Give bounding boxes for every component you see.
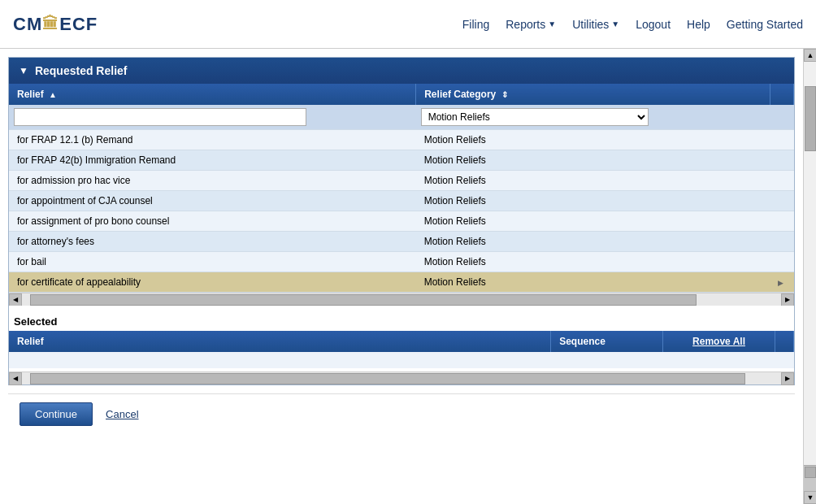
right-scroll-thumb[interactable] [805,86,816,151]
utilities-dropdown-arrow: ▼ [611,20,619,28]
relief-cell: for FRAP 12.1 (b) Remand [9,130,416,150]
bottom-scroll-left-btn[interactable]: ◀ [9,372,22,385]
scroll-right-btn[interactable]: ▶ [781,293,794,306]
category-cell: Motion Reliefs [416,150,770,171]
selected-table-body [9,352,794,368]
row-scroll-cell [770,150,793,171]
relief-cell: for appointment of CJA counsel [9,191,416,211]
right-scroll-track[interactable] [804,62,816,465]
header: CM 🏛 ECF Filing Reports ▼ Utilities ▼ Lo… [0,0,816,49]
row-scroll-cell [770,130,793,150]
content-area: ▼ Requested Relief Relief ▲ Relief Categ… [0,49,803,504]
relief-cell: for certificate of appealability [9,272,416,293]
relief-table-body: for FRAP 12.1 (b) RemandMotion Reliefsfo… [9,130,794,293]
scroll-col-header [770,84,793,105]
selected-scroll-col [775,331,793,352]
selected-empty-cell [9,352,551,368]
panel-title: Requested Relief [35,64,128,77]
table-row[interactable]: for appointment of CJA counselMotion Rel… [9,191,794,211]
category-cell: Motion Reliefs [416,272,770,293]
nav-getting-started[interactable]: Getting Started [727,18,803,31]
selected-empty-remove-cell [663,352,775,368]
category-cell: Motion Reliefs [416,130,770,150]
table-row[interactable]: for FRAP 12.1 (b) RemandMotion Reliefs [9,130,794,150]
filter-row: Motion Reliefs All Categories [9,105,794,130]
row-scroll-cell [770,171,793,191]
relief-cell: for attorney's fees [9,232,416,252]
scroll-filter-cell [770,105,793,130]
nav-reports[interactable]: Reports ▼ [506,18,556,31]
selected-sequence-col-header: Sequence [551,331,663,352]
remove-all-link[interactable]: Remove All [692,336,745,347]
scroll-thumb[interactable] [30,294,697,306]
table-row[interactable]: for FRAP 42(b) Immigration RemandMotion … [9,150,794,171]
requested-relief-panel: ▼ Requested Relief Relief ▲ Relief Categ… [8,57,795,385]
table-row[interactable]: for bailMotion Reliefs [9,252,794,272]
row-scroll-cell [770,191,793,211]
bottom-horizontal-scrollbar[interactable]: ◀ ▶ [9,371,794,385]
relief-category-column-header[interactable]: Relief Category ⇕ [416,84,770,105]
nav-filing[interactable]: Filing [462,18,489,31]
logo-text-cm: CM [13,14,42,35]
selected-empty-row [9,352,794,368]
selected-empty-seq-cell [551,352,663,368]
table-row[interactable]: for attorney's feesMotion Reliefs [9,232,794,252]
row-scroll-cell [770,252,793,272]
relief-column-header[interactable]: Relief ▲ [9,84,416,105]
scroll-up-btn[interactable]: ▲ [804,49,816,62]
relief-cell: for assignment of pro bono counsel [9,211,416,232]
selected-section: Selected Relief Sequence Remove All [9,306,794,385]
category-cell: Motion Reliefs [416,171,770,191]
scroll-track[interactable] [22,293,781,306]
remove-all-col-header: Remove All [663,331,775,352]
right-scroll-bottom [804,465,816,491]
main-nav: Filing Reports ▼ Utilities ▼ Logout Help… [462,18,803,31]
table-row[interactable]: for admission pro hac viceMotion Reliefs [9,171,794,191]
category-cell: Motion Reliefs [416,211,770,232]
bottom-scroll-thumb[interactable] [30,373,745,385]
logo-text-ecf: ECF [59,14,98,35]
relief-table-wrapper: Relief ▲ Relief Category ⇕ [9,84,794,306]
relief-sort-indicator: ▲ [49,90,57,99]
panel-header: ▼ Requested Relief [9,58,794,84]
reports-dropdown-arrow: ▼ [548,20,556,28]
table-row[interactable]: for certificate of appealabilityMotion R… [9,272,794,293]
selected-header-row: Relief Sequence Remove All [9,331,794,352]
bottom-scroll-track[interactable] [22,372,781,385]
main-area: ▼ Requested Relief Relief ▲ Relief Categ… [0,49,816,504]
relief-filter-cell [9,105,416,130]
table-header-row: Relief ▲ Relief Category ⇕ [9,84,794,105]
category-filter-cell: Motion Reliefs All Categories [416,105,770,130]
category-sort-indicator: ⇕ [501,90,508,99]
nav-help[interactable]: Help [687,18,710,31]
nav-logout[interactable]: Logout [636,18,671,31]
scroll-down-btn[interactable]: ▼ [804,491,816,504]
nav-utilities[interactable]: Utilities ▼ [572,18,619,31]
selected-table: Relief Sequence Remove All [9,331,794,368]
bottom-scroll-right-btn[interactable]: ▶ [781,372,794,385]
selected-relief-col-header: Relief [9,331,551,352]
relief-table: Relief ▲ Relief Category ⇕ [9,84,794,293]
relief-cell: for admission pro hac vice [9,171,416,191]
relief-filter-input[interactable] [14,108,306,126]
selected-label: Selected [9,312,794,331]
right-scrollbar[interactable]: ▲ ▼ [803,49,816,504]
table-row[interactable]: for assignment of pro bono counselMotion… [9,211,794,232]
logo-icon: 🏛 [42,15,59,33]
category-cell: Motion Reliefs [416,232,770,252]
relief-cell: for bail [9,252,416,272]
row-scroll-cell [770,211,793,232]
category-cell: Motion Reliefs [416,252,770,272]
footer: Continue Cancel [8,393,795,434]
selected-empty-scroll-cell [775,352,793,368]
scroll-left-btn[interactable]: ◀ [9,293,22,306]
continue-button[interactable]: Continue [20,402,93,426]
relief-cell: for FRAP 42(b) Immigration Remand [9,150,416,171]
table-horizontal-scrollbar[interactable]: ◀ ▶ [9,293,794,306]
row-scroll-cell: ▶ [770,272,793,293]
panel-toggle-icon[interactable]: ▼ [19,65,28,76]
category-filter-select[interactable]: Motion Reliefs All Categories [421,108,649,126]
cancel-button[interactable]: Cancel [106,408,138,420]
right-scroll-indicator [805,467,816,478]
app-logo: CM 🏛 ECF [13,14,98,35]
